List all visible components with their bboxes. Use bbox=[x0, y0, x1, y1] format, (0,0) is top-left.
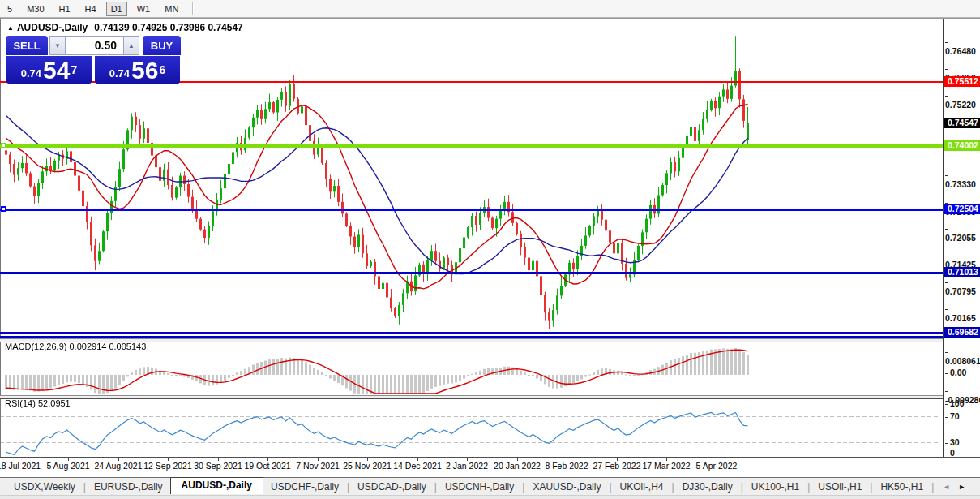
bottom-strip bbox=[0, 495, 980, 499]
symbol-tab-hk50-h1[interactable]: HK50-,H1 bbox=[873, 480, 931, 494]
level-price-badge: 0.75512 bbox=[944, 76, 980, 87]
symbol-label: AUDUSD-,Daily bbox=[17, 22, 88, 33]
symbol-tab-eurusd-daily[interactable]: EURUSD-,Daily bbox=[87, 480, 170, 494]
bid-quote[interactable]: 0.74 54 7 bbox=[6, 56, 92, 84]
tab-divider: | bbox=[931, 481, 934, 493]
one-click-trading-panel: SELL ▼ ▲ BUY 0.74 54 7 0.74 56 6 bbox=[6, 36, 181, 84]
ask-main-digits: 56 bbox=[131, 59, 158, 82]
ask-quote[interactable]: 0.74 56 6 bbox=[95, 56, 180, 84]
rsi-panel-splitter[interactable] bbox=[0, 395, 943, 399]
toolbar-separator bbox=[192, 2, 194, 15]
symbol-tab-usdx-weekly[interactable]: USDX,Weekly bbox=[6, 480, 83, 494]
sell-button[interactable]: SELL bbox=[6, 36, 48, 55]
tab-divider: | bbox=[672, 481, 674, 493]
tab-divider: | bbox=[807, 481, 810, 493]
timeframe-button-H4[interactable]: H4 bbox=[80, 2, 101, 16]
chart-title: ▲AUDUSD-,Daily0.74139 0.74925 0.73986 0.… bbox=[7, 22, 243, 33]
timeframe-button-M30[interactable]: M30 bbox=[22, 2, 49, 16]
rsi-indicator-label: RSI(14) 52.0951 bbox=[5, 398, 71, 408]
bid-prefix: 0.74 bbox=[21, 66, 41, 82]
price-tick: 0.75850 bbox=[945, 63, 980, 73]
price-tick: 0.75220 bbox=[945, 90, 980, 100]
current-price-badge: 0.74547 bbox=[944, 118, 980, 128]
rsi-axis-label: 70 bbox=[945, 411, 960, 421]
timeframe-button-W1[interactable]: W1 bbox=[132, 2, 156, 16]
date-label: 5 Apr 2022 bbox=[686, 461, 747, 471]
level-price-badge: 0.72504 bbox=[944, 204, 980, 214]
macd-axis-label: 0.00 bbox=[945, 368, 966, 377]
price-tick: 0.73330 bbox=[945, 170, 980, 179]
horizontal-level-line-0.71013[interactable] bbox=[0, 272, 943, 274]
tab-divider: | bbox=[741, 481, 743, 493]
rsi-axis-label: 30 bbox=[945, 437, 960, 447]
symbol-tab-xauusd-daily[interactable]: XAUUSD-,Daily bbox=[525, 480, 608, 494]
symbol-tab-usoil-h1[interactable]: USOil-,H1 bbox=[811, 480, 869, 494]
timeframe-button-MN[interactable]: MN bbox=[160, 2, 183, 16]
timeframe-toolbar: 5M30H1H4D1W1MN bbox=[0, 0, 980, 18]
symbol-tab-audusd-daily[interactable]: AUDUSD-,Daily bbox=[170, 477, 263, 494]
time-axis-labels[interactable]: 18 Jul 20215 Aug 202124 Aug 202112 Sep 2… bbox=[0, 458, 980, 477]
ohlc-values: 0.74139 0.74925 0.73986 0.74547 bbox=[94, 22, 243, 33]
volume-increase-button[interactable]: ▲ bbox=[123, 36, 139, 55]
bid-main-digits: 54 bbox=[43, 59, 70, 82]
volume-input[interactable] bbox=[66, 36, 123, 55]
tabs-scroll-left-icon[interactable]: ◄ bbox=[943, 483, 950, 491]
ask-pipette: 6 bbox=[159, 56, 165, 84]
buy-button[interactable]: BUY bbox=[143, 36, 181, 55]
timeframe-button-5[interactable]: 5 bbox=[2, 2, 17, 16]
horizontal-level-line-0.69582[interactable] bbox=[0, 332, 943, 334]
symbol-tab-uk100-h1[interactable]: UK100-,H1 bbox=[744, 480, 807, 494]
price-tick: 0.70795 bbox=[945, 277, 980, 286]
collapse-icon[interactable]: ▲ bbox=[7, 24, 14, 32]
symbol-tab-ukoil-h4[interactable]: UKOil-,H4 bbox=[613, 480, 671, 494]
price-chart-canvas[interactable] bbox=[0, 19, 943, 457]
macd-axis-label: -0.009286 bbox=[945, 385, 980, 395]
window-left-border bbox=[0, 19, 1, 457]
ask-prefix: 0.74 bbox=[109, 66, 130, 82]
symbol-tab-bar: USDX,Weekly|EURUSD-,DailyAUDUSD-,DailyUS… bbox=[0, 477, 980, 495]
tab-divider: | bbox=[870, 481, 872, 493]
price-tick: 0.71425 bbox=[945, 250, 980, 260]
symbol-tab-usdchf-daily[interactable]: USDCHF-,Daily bbox=[263, 480, 346, 494]
macd-axis-label: 0.008061 bbox=[945, 346, 980, 356]
rsi-axis-label: 100 bbox=[945, 398, 965, 408]
level-line-handle[interactable] bbox=[1, 143, 6, 148]
symbol-tab-usdcnh-daily[interactable]: USDCNH-,Daily bbox=[438, 480, 521, 494]
time-axis-separator bbox=[0, 457, 980, 458]
bid-pipette: 7 bbox=[71, 56, 77, 84]
volume-decrease-button[interactable]: ▼ bbox=[49, 36, 66, 55]
price-tick: 0.76480 bbox=[945, 37, 980, 46]
macd-indicator-label: MACD(12,26,9) 0.002914 0.005143 bbox=[5, 342, 146, 351]
level-price-badge: 0.74002 bbox=[944, 140, 980, 151]
tabs-scroll-right-icon[interactable]: ► bbox=[958, 483, 965, 491]
symbol-tab-dj30-daily[interactable]: DJ30-,Daily bbox=[675, 480, 740, 494]
tab-divider: | bbox=[347, 481, 349, 493]
level-line-handle[interactable] bbox=[1, 206, 6, 212]
tab-divider: | bbox=[434, 481, 437, 493]
timeframe-button-H1[interactable]: H1 bbox=[54, 2, 75, 16]
tab-divider: | bbox=[609, 481, 611, 493]
horizontal-level-line-0.72504[interactable] bbox=[0, 209, 943, 211]
price-tick: 0.72055 bbox=[945, 223, 980, 233]
terminal-window: 5M30H1H4D1W1MN ▲AUDUSD-,Daily0.74139 0.7… bbox=[0, 0, 980, 499]
level-price-badge: 0.69582 bbox=[944, 327, 980, 338]
price-tick: 0.70165 bbox=[945, 303, 980, 313]
tab-divider: | bbox=[522, 481, 524, 493]
level-price-badge: 0.71013 bbox=[944, 267, 980, 277]
horizontal-level-line-0.74002[interactable] bbox=[0, 144, 943, 148]
timeframe-button-D1[interactable]: D1 bbox=[106, 2, 127, 16]
tab-divider: | bbox=[83, 481, 86, 493]
symbol-tab-usdcad-daily[interactable]: USDCAD-,Daily bbox=[350, 480, 434, 494]
volume-stepper: ▼ ▲ bbox=[49, 36, 141, 55]
